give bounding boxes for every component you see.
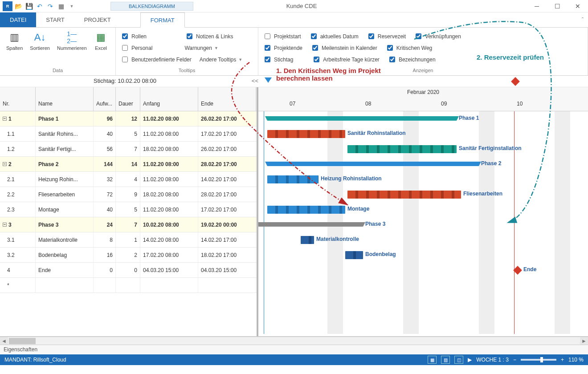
table-row[interactable]: −2Phase 21441411.02.20 08:0028.02.20 17:… [0,157,257,172]
table-row[interactable]: −1Phase 1961211.02.20 08:0026.02.20 17:0… [0,111,257,126]
table-row[interactable]: −3Phase 324710.02.20 08:0019.02.20 00:00 [0,217,257,232]
chk-personal[interactable]: Personal [120,44,152,52]
collapse-icon[interactable]: − [3,117,7,121]
tab-projekt[interactable]: PROJEKT [74,12,121,27]
chk-rollen[interactable]: Rollen [120,32,147,41]
view-icon-1[interactable]: ▦ [428,356,437,364]
group-label-anzeigen: Anzeigen [263,66,583,74]
chk-aktuelles-datum[interactable]: aktuelles Datum [309,32,359,41]
redo-icon[interactable]: ↷ [45,1,55,11]
table-row[interactable]: 2.3Montage40511.02.20 08:0017.02.20 17:0… [0,202,257,217]
chevron-down-icon: ▼ [238,57,242,62]
gantt-bar[interactable] [301,236,314,244]
table-row[interactable]: 3.1Materialkontrolle8114.02.20 08:0014.0… [0,232,257,248]
chk-stichtag[interactable]: Stichtag [263,55,293,64]
titlebar: R 📂 💾 ↶ ↷ ▦ ▼ BALKENDIAGRAMM Kunde CDE ─… [0,0,588,12]
gantt-chart[interactable]: Februar 2020 07 08 09 10 Phase 1Sanitär … [258,87,588,336]
scroll-right-icon[interactable]: ► [580,337,588,345]
gantt-bar[interactable] [267,116,457,121]
milestone-icon[interactable] [513,266,522,275]
bar-label: Montage [347,206,369,212]
zoom-in-button[interactable]: + [561,357,564,363]
col-ende[interactable]: Ende [198,87,256,111]
table-row[interactable]: 1.1Sanitär Rohins...40511.02.20 08:0017.… [0,126,257,142]
collapse-icon[interactable]: − [3,162,7,166]
warnungen-dropdown[interactable]: Warnungen ▼ [184,44,218,52]
numbering-icon: 1—2— [65,30,79,45]
spalten-button[interactable]: ▥Spalten [4,29,24,52]
chk-projektstart[interactable]: Projektstart [263,32,301,41]
table-row[interactable]: 1.2Sanitär Fertigi...56718.02.20 08:0026… [0,142,257,157]
andere-tooltips-dropdown[interactable]: Andere Tooltips ▼ [200,55,242,64]
gantt-bar[interactable] [267,206,345,214]
table-row[interactable]: * [0,278,257,293]
tab-datei[interactable]: DATEI [0,12,36,27]
gantt-bar[interactable] [267,162,479,166]
collapse-ribbon-icon[interactable]: ˆ [577,12,588,27]
bar-label: Sanitär Fertiginstallation [459,145,522,151]
chevron-down-icon: ▼ [214,46,218,50]
gantt-bar[interactable] [345,251,363,259]
table-row[interactable]: 2.2Fliesenarbeiten72918.02.20 08:0028.02… [0,187,257,202]
projektende-marker-icon [511,77,520,86]
maximize-button[interactable]: ☐ [547,0,568,12]
chk-arbeitsfreie[interactable]: Arbeitsfreie Tage kürzer [312,55,380,64]
zoom-slider[interactable] [521,359,556,361]
task-grid: Nr. Name Aufw... Dauer Anfang Ende −1Pha… [0,87,258,336]
gantt-bar[interactable] [347,145,457,153]
bar-label: Materialkontrolle [316,236,359,242]
chk-projektende[interactable]: Projektende [263,44,302,52]
table-row[interactable]: 3.2Bodenbelag16217.02.20 08:0018.02.20 1… [0,248,257,263]
gantt-bar[interactable] [258,222,363,227]
tab-start[interactable]: START [36,12,74,27]
stichtag-marker-icon [265,77,272,83]
bar-label: Phase 3 [365,221,385,227]
col-anfang[interactable]: Anfang [140,87,198,111]
view-icon-2[interactable]: ▥ [441,356,450,364]
col-nr[interactable]: Nr. [0,87,36,111]
scroll-left-icon[interactable]: ◄ [0,337,8,345]
col-dauer[interactable]: Dauer [116,87,140,111]
layout-icon[interactable]: ▦ [56,1,66,11]
save-icon[interactable]: 💾 [24,1,34,11]
qat-dropdown-icon[interactable]: ▼ [67,1,77,11]
gantt-bar[interactable] [347,191,461,199]
sort-icon: A↓ [33,30,47,45]
bar-label: Fliesenarbeiten [463,191,502,197]
ribbon-tabs: DATEI START PROJEKT FORMAT ˆ [0,12,588,28]
tab-format[interactable]: FORMAT [140,12,185,28]
excel-button[interactable]: ▦Excel [92,29,110,52]
gantt-bar[interactable] [267,175,318,183]
table-row[interactable]: 2.1Heizung Rohin...32411.02.20 08:0014.0… [0,172,257,187]
ribbon: ▥Spalten A↓Sortieren 1—2—Nummerieren ▦Ex… [0,28,588,76]
table-row[interactable]: 4Ende0004.03.20 15:0004.03.20 15:00 [0,263,257,278]
bar-label: Sanitär Rohinstallation [347,130,406,136]
minimize-button[interactable]: ─ [527,0,547,12]
nummerieren-button[interactable]: 1—2—Nummerieren [55,29,89,52]
zoom-out-button[interactable]: − [513,357,516,363]
gantt-bar[interactable] [267,130,345,138]
chk-bezeichnungen[interactable]: Bezeichnungen [388,55,436,64]
timeline-month: Februar 2020 [258,89,588,95]
chk-benutzerfelder[interactable]: Benutzerdefinierte Felder [120,55,192,64]
status-woche: WOCHE 1 : 3 [476,357,509,363]
chk-reservezeit[interactable]: Reservezeit [367,32,406,41]
col-aufwand[interactable]: Aufw... [94,87,116,111]
chk-kritischer-weg[interactable]: Kritischen Weg [385,44,432,52]
timeline-prev-button[interactable]: << [252,77,258,84]
status-bar: MANDANT: Rillsoft_Cloud ▦ ▥ ◫ ▶ WOCHE 1 … [0,354,588,365]
close-button[interactable]: ✕ [568,0,588,12]
quick-access-toolbar: R 📂 💾 ↶ ↷ ▦ ▼ [0,1,77,11]
open-icon[interactable]: 📂 [13,1,23,11]
sortieren-button[interactable]: A↓Sortieren [28,29,52,52]
undo-icon[interactable]: ↶ [35,1,45,11]
horizontal-scrollbar[interactable]: ◄ ► [0,337,588,345]
chk-meilenstein[interactable]: Meilenstein in Kalender [310,44,377,52]
col-name[interactable]: Name [36,87,94,111]
properties-panel-header[interactable]: Eigenschaften [0,345,588,354]
chk-verknuepfungen[interactable]: Verknüpfungen [414,32,461,41]
bar-label: Heizung Rohinstallation [321,175,382,182]
chk-notizen[interactable]: Notizen & Links [185,32,233,41]
view-icon-3[interactable]: ◫ [454,356,463,364]
collapse-icon[interactable]: − [3,223,7,227]
